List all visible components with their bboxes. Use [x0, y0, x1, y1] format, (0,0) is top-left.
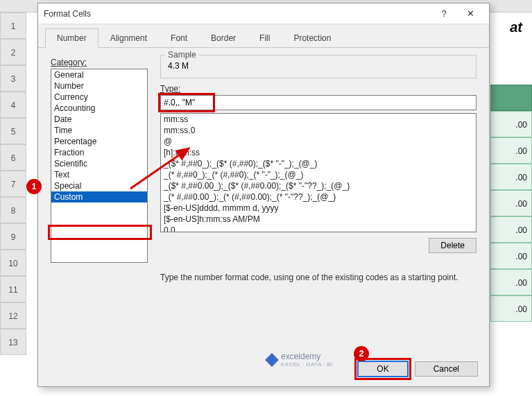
- tab-border[interactable]: Border: [199, 28, 248, 47]
- row-header[interactable]: 10: [0, 250, 26, 276]
- category-item-fraction[interactable]: Fraction: [51, 147, 147, 158]
- tab-font[interactable]: Font: [159, 28, 199, 47]
- data-cell[interactable]: .00: [490, 295, 532, 322]
- category-item-general[interactable]: General: [51, 69, 147, 80]
- ok-button[interactable]: OK: [358, 361, 407, 377]
- data-cell[interactable]: .00: [490, 269, 532, 295]
- tab-fill[interactable]: Fill: [248, 28, 282, 47]
- category-item-time[interactable]: Time: [51, 125, 147, 136]
- format-item[interactable]: _(* #,##0_);_(* (#,##0);_(* "-"_);_(@_): [161, 169, 476, 180]
- format-item[interactable]: _(* #,##0.00_);_(* (#,##0.00);_(* "-"??_…: [161, 191, 476, 203]
- title-fragment: at: [510, 19, 522, 35]
- data-cell[interactable]: .00: [490, 164, 532, 190]
- dialog-titlebar[interactable]: Format Cells ? ✕: [38, 3, 489, 24]
- data-cell[interactable]: .00: [490, 243, 532, 269]
- row-header[interactable]: 13: [0, 329, 26, 355]
- format-item[interactable]: [$-en-US]h:mm:ss AM/PM: [161, 214, 476, 225]
- format-item[interactable]: @: [161, 136, 476, 147]
- category-list[interactable]: General Number Currency Accounting Date …: [51, 69, 148, 263]
- dialog-tabs: Number Alignment Font Border Fill Protec…: [38, 24, 489, 48]
- category-item-percentage[interactable]: Percentage: [51, 136, 147, 147]
- tab-alignment[interactable]: Alignment: [98, 28, 159, 47]
- format-item[interactable]: mm:ss.0: [161, 125, 476, 136]
- format-list[interactable]: mm:ss mm:ss.0 @ [h]:mm:ss _($* #,##0_);_…: [160, 113, 477, 232]
- watermark: exceldemy EXCEL · DATA · BI: [267, 352, 333, 368]
- sample-value: 4.3 M: [168, 61, 469, 71]
- row-headers: 1 2 3 4 5 6 7 8 9 10 11 12 13: [0, 12, 26, 355]
- row-header[interactable]: 2: [0, 39, 26, 65]
- type-input[interactable]: [160, 95, 477, 110]
- category-item-special[interactable]: Special: [51, 180, 147, 191]
- callout-badge-1: 1: [26, 179, 42, 194]
- row-header[interactable]: 3: [0, 65, 26, 92]
- format-item[interactable]: _($* #,##0_);_($* (#,##0);_($* "-"_);_(@…: [161, 158, 476, 169]
- row-header[interactable]: 1: [0, 12, 26, 39]
- sample-label: Sample: [165, 50, 199, 60]
- data-cell[interactable]: .00: [490, 137, 532, 164]
- row-header[interactable]: 5: [0, 118, 26, 144]
- dialog-body: Category: General Number Currency Accoun…: [38, 48, 489, 289]
- row-header[interactable]: 9: [0, 223, 26, 250]
- delete-button[interactable]: Delete: [429, 238, 477, 253]
- tab-protection[interactable]: Protection: [282, 28, 343, 47]
- tab-number[interactable]: Number: [45, 28, 98, 48]
- row-header[interactable]: 6: [0, 144, 26, 171]
- category-item-text[interactable]: Text: [51, 169, 147, 180]
- category-item-custom[interactable]: Custom: [51, 191, 147, 203]
- data-cell[interactable]: .00: [490, 190, 532, 216]
- dialog-buttons: OK Cancel: [358, 361, 478, 377]
- data-cell[interactable]: .00: [490, 111, 532, 137]
- watermark-logo-icon: [265, 353, 279, 367]
- category-item-number[interactable]: Number: [51, 80, 147, 92]
- cancel-button[interactable]: Cancel: [415, 361, 478, 377]
- row-header[interactable]: 8: [0, 197, 26, 223]
- category-label: Category:: [51, 58, 148, 67]
- row-header[interactable]: 4: [0, 92, 26, 118]
- sample-group: Sample 4.3 M: [160, 55, 477, 78]
- format-item[interactable]: [$-en-US]dddd, mmmm d, yyyy: [161, 203, 476, 214]
- callout-badge-2: 2: [354, 346, 369, 361]
- watermark-name: exceldemy: [281, 352, 320, 361]
- category-item-scientific[interactable]: Scientific: [51, 158, 147, 169]
- data-cell[interactable]: .00: [490, 216, 532, 243]
- format-item[interactable]: [h]:mm:ss: [161, 147, 476, 158]
- row-header[interactable]: 7: [0, 171, 26, 197]
- hint-text: Type the number format code, using one o…: [160, 253, 477, 282]
- category-item-currency[interactable]: Currency: [51, 92, 147, 103]
- format-item[interactable]: _($* #,##0.00_);_($* (#,##0.00);_($* "-"…: [161, 180, 476, 191]
- data-column: .00 .00 .00 .00 .00 .00 .00 .00: [490, 85, 532, 322]
- help-button[interactable]: ?: [431, 4, 457, 24]
- data-cell[interactable]: [490, 85, 532, 111]
- row-header[interactable]: 12: [0, 302, 26, 329]
- format-item[interactable]: mm:ss: [161, 114, 476, 125]
- dialog-title: Format Cells: [44, 9, 431, 19]
- type-label: Type:: [160, 84, 477, 94]
- category-item-date[interactable]: Date: [51, 114, 147, 125]
- row-header[interactable]: 11: [0, 276, 26, 302]
- format-cells-dialog: Format Cells ? ✕ Number Alignment Font B…: [37, 3, 490, 387]
- category-item-accounting[interactable]: Accounting: [51, 103, 147, 114]
- format-item[interactable]: 0.0: [161, 225, 476, 232]
- watermark-tag: EXCEL · DATA · BI: [281, 361, 333, 368]
- close-button[interactable]: ✕: [457, 4, 483, 24]
